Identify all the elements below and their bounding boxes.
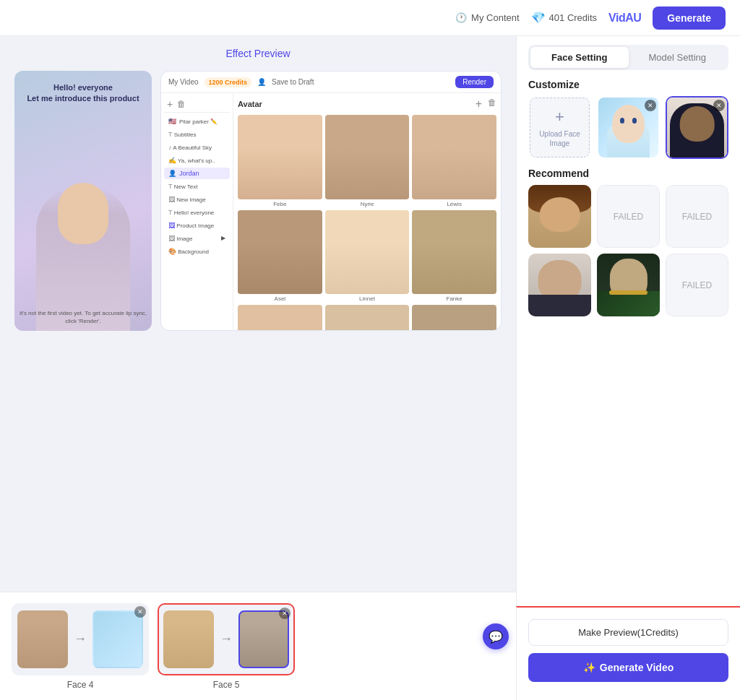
failed-label-2: FAILED <box>682 212 712 222</box>
editor-main: + 🗑 🇺🇸Pilar parker ✏️ T Subtitles ♪ A Be… <box>161 93 501 330</box>
sidebar-item-script[interactable]: ✍ Ya, what's up.. <box>164 155 230 166</box>
avatar-delete-icon[interactable]: 🗑 <box>488 98 496 111</box>
filmstrip-result-elsa <box>92 610 143 668</box>
sidebar-item-hello-text[interactable]: T Hello! everyone <box>164 207 230 218</box>
editor-render-button[interactable]: Render <box>455 76 494 88</box>
avatar-item-lewis[interactable]: Lewis <box>412 115 496 207</box>
filmstrip-result-obama <box>238 610 289 668</box>
customize-title: Customize <box>528 79 728 90</box>
recommend-elon[interactable] <box>528 254 591 316</box>
gem-icon: 💎 <box>531 11 546 25</box>
filmstrip-card-face5[interactable]: ✕ → <box>158 603 295 675</box>
avatar-add-icon[interactable]: + <box>476 98 482 111</box>
product-caption: It's not the first video yet. To get acc… <box>17 310 149 325</box>
customize-obama[interactable]: ✕ <box>666 96 728 159</box>
credits-label: 401 Credits <box>549 12 597 23</box>
generate-video-label: Generate Video <box>600 662 674 673</box>
editor-sidebar-add-icon[interactable]: + <box>167 98 173 110</box>
sidebar-item-subtitles[interactable]: T Subtitles <box>164 129 230 140</box>
recommend-failed-2[interactable]: FAILED <box>666 185 728 248</box>
filmstrip-thumb-woman2 <box>163 610 214 668</box>
avatar-item-asel[interactable]: Asel <box>238 210 322 303</box>
filmstrip-card-face4[interactable]: ✕ → <box>12 603 149 675</box>
avatar-item-bethan[interactable]: Bethan <box>238 305 322 330</box>
recommend-failed-3[interactable]: FAILED <box>666 254 728 316</box>
editor-sidebar: + 🗑 🇺🇸Pilar parker ✏️ T Subtitles ♪ A Be… <box>161 93 233 330</box>
avatar-item-nyrie[interactable]: Nyrie <box>325 115 410 207</box>
upload-face-item[interactable]: + Upload Face Image <box>528 96 591 159</box>
product-overlay-text: Hello! everyone Let me introduce this pr… <box>14 82 152 105</box>
avatar-grid: Febe Nyrie Lewis <box>238 115 496 330</box>
obama-close-btn[interactable]: ✕ <box>713 100 725 111</box>
avatar-item-febe[interactable]: Febe <box>238 115 322 207</box>
credits-display: 💎 401 Credits <box>531 11 597 25</box>
generate-video-button[interactable]: ✨ Generate Video <box>528 653 728 682</box>
failed-label-3: FAILED <box>682 280 712 290</box>
setting-tabs: Face Setting Model Setting <box>528 45 728 70</box>
editor-sidebar-trash-icon[interactable]: 🗑 <box>177 99 186 109</box>
editor-tab: My Video <box>168 78 199 86</box>
filmstrip-label-face4: Face 4 <box>67 680 94 690</box>
elsa-close-btn[interactable]: ✕ <box>645 100 656 111</box>
chat-button[interactable]: 💬 <box>483 623 509 649</box>
sidebar-item-music[interactable]: ♪ A Beautiful Sky <box>164 142 230 153</box>
filmstrip-item-face5: ✕ → Face 5 <box>158 603 295 690</box>
loki-face-visual <box>597 254 660 316</box>
recommend-failed-1[interactable]: FAILED <box>597 185 660 248</box>
avatar-item-jayfah[interactable]: Jayfah <box>412 305 496 330</box>
sidebar-item-new-text[interactable]: T New Text <box>164 181 230 192</box>
my-content-link[interactable]: 🕐 My Content <box>455 12 519 23</box>
customize-section: Customize + Upload Face Image <box>528 79 728 159</box>
editor-save-draft[interactable]: Save to Draft <box>272 78 314 86</box>
generate-button[interactable]: Generate <box>653 7 726 30</box>
filmstrip-thumb-man <box>17 610 68 668</box>
elon-face-visual <box>528 254 591 316</box>
sparkle-icon: ✨ <box>583 662 595 673</box>
filmstrip-arrow-face5: → <box>220 631 233 647</box>
bottom-filmstrip: ✕ → Face 4 ✕ → Face 5 <box>0 592 516 700</box>
right-panel: Face Setting Model Setting Customize + U… <box>516 36 740 700</box>
avatar-item-linnet[interactable]: Linnet <box>325 210 410 303</box>
tab-face-setting[interactable]: Face Setting <box>530 47 629 68</box>
avatar-item-fanke[interactable]: Fanke <box>412 210 496 303</box>
filmstrip-close-face5[interactable]: ✕ <box>279 608 291 619</box>
product-video-preview: Hello! everyone Let me introduce this pr… <box>14 71 152 331</box>
editor-credits: 1200 Credits <box>205 77 252 87</box>
editor-topbar: My Video 1200 Credits 👤 Save to Draft Re… <box>161 72 501 93</box>
sidebar-item-pilar[interactable]: 🇺🇸Pilar parker ✏️ <box>164 116 230 127</box>
failed-label-1: FAILED <box>614 212 643 222</box>
bottom-right-actions: Make Preview(1Credits) ✨ Generate Video <box>516 606 740 700</box>
filmstrip-arrow-face4: → <box>74 631 87 647</box>
editor-avatar-icon: 👤 <box>257 78 266 86</box>
upload-face-label: Upload Face Image <box>530 129 589 148</box>
product-person-visual <box>36 186 130 331</box>
recommend-loki[interactable] <box>597 254 660 316</box>
preview-area: Hello! everyone Let me introduce this pr… <box>14 71 502 331</box>
tab-model-setting[interactable]: Model Setting <box>629 47 727 68</box>
sidebar-item-product-image[interactable]: 🖼 Product Image <box>164 220 230 231</box>
effect-preview-label: Effect Preview <box>14 48 502 59</box>
sidebar-item-background[interactable]: 🎨 Background <box>164 246 230 257</box>
sidebar-item-image[interactable]: 🖼 Image ▶ <box>164 233 230 244</box>
recommend-grid: FAILED FAILED <box>528 185 728 316</box>
editor-preview: My Video 1200 Credits 👤 Save to Draft Re… <box>160 71 502 331</box>
avatar-item-bronly[interactable]: Bronly <box>325 305 410 330</box>
customize-elsa[interactable]: ✕ <box>597 96 660 159</box>
brand-logo: VidAU <box>608 12 641 25</box>
header: 🕐 My Content 💎 401 Credits VidAU Generat… <box>0 0 740 36</box>
customize-grid: + Upload Face Image ✕ <box>528 96 728 159</box>
avatar-panel-title: Avatar <box>238 100 262 108</box>
sidebar-item-avatar-jordan[interactable]: 👤Jordan <box>164 168 230 179</box>
sidebar-item-new-image[interactable]: 🖼 New Image <box>164 194 230 205</box>
editor-avatar-panel: Avatar + 🗑 Febe <box>233 93 501 330</box>
recommend-section: Recommend FAILED <box>528 168 728 316</box>
filmstrip-close-face4[interactable]: ✕ <box>134 606 146 618</box>
recommend-title: Recommend <box>528 168 728 179</box>
filmstrip-item-face4: ✕ → Face 4 <box>12 603 149 690</box>
upload-plus-icon: + <box>555 108 564 126</box>
woman-face-visual <box>528 185 591 248</box>
recommend-woman[interactable] <box>528 185 591 248</box>
filmstrip-label-face5: Face 5 <box>213 680 240 690</box>
my-content-label: My Content <box>471 12 519 23</box>
make-preview-button[interactable]: Make Preview(1Credits) <box>528 619 728 646</box>
